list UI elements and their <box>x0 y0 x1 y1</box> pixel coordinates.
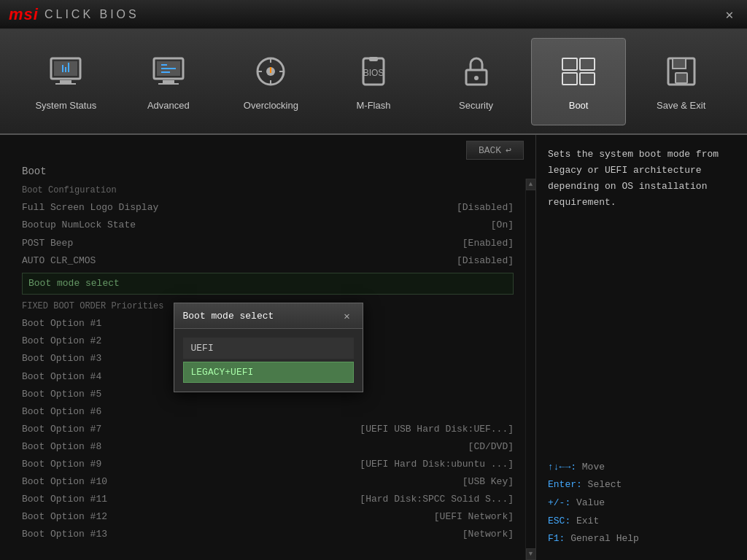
keybind-f1-desc: General Help <box>570 533 639 544</box>
nav-boot-label: Boot <box>569 100 589 111</box>
keybind-esc-desc: Exit <box>576 516 599 526</box>
navbar: System Status Advanced Overclocking BIOS… <box>0 29 747 135</box>
nav-overclocking[interactable]: Overclocking <box>223 38 318 125</box>
svg-rect-2 <box>60 80 71 83</box>
help-text: Sets the system boot mode from legacy or… <box>548 147 735 211</box>
logo-area: msi CLICK BIOS <box>9 5 139 24</box>
nav-save-exit[interactable]: Save & Exit <box>634 38 729 125</box>
modal-close-button[interactable]: ✕ <box>341 309 354 322</box>
keybind-esc: ESC: Exit <box>548 513 735 531</box>
keybind-move: ↑↓←→: Move <box>548 459 735 477</box>
nav-save-exit-label: Save & Exit <box>657 100 705 111</box>
svg-rect-9 <box>163 80 174 83</box>
boot-icon <box>559 52 598 91</box>
keybind-move-desc: Move <box>582 462 605 472</box>
main-content: BACK ↩ Boot Boot Configuration Full Scre… <box>0 135 747 560</box>
svg-rect-36 <box>676 73 687 83</box>
nav-overclocking-label: Overclocking <box>244 100 298 111</box>
keybind-f1-key: F1: <box>548 533 570 544</box>
keybind-enter-desc: Select <box>588 479 622 490</box>
svg-rect-22 <box>369 57 378 61</box>
svg-point-25 <box>474 76 479 80</box>
save-exit-icon <box>662 52 701 91</box>
modal-title: Boot mode select <box>183 311 274 322</box>
overclocking-icon <box>251 52 290 91</box>
keybind-f1: F1: General Help <box>548 530 735 548</box>
modal-body: UEFI LEGACY+UEFI <box>174 329 363 392</box>
svg-rect-30 <box>564 60 576 69</box>
keybind-value: +/-: Value <box>548 494 735 513</box>
svg-rect-35 <box>673 58 686 69</box>
nav-security[interactable]: Security <box>429 38 524 125</box>
keybinds: ↑↓←→: Move Enter: Select +/-: Value ESC:… <box>548 459 735 548</box>
nav-system-status[interactable]: System Status <box>18 38 113 125</box>
m-flash-icon: BIOS <box>354 52 393 91</box>
close-button[interactable]: ✕ <box>721 6 738 23</box>
modal-overlay[interactable]: Boot mode select ✕ UEFI LEGACY+UEFI <box>0 135 536 560</box>
advanced-icon <box>149 52 188 91</box>
nav-advanced-label: Advanced <box>147 100 190 111</box>
svg-rect-10 <box>158 83 179 85</box>
svg-rect-32 <box>564 74 576 83</box>
nav-m-flash[interactable]: BIOS M-Flash <box>326 38 421 125</box>
click-bios-text: CLICK BIOS <box>44 8 139 21</box>
svg-rect-33 <box>581 74 593 83</box>
security-icon <box>457 52 496 91</box>
keybind-enter: Enter: Select <box>548 476 735 494</box>
left-panel: BACK ↩ Boot Boot Configuration Full Scre… <box>0 135 536 560</box>
right-panel: Sets the system boot mode from legacy or… <box>536 135 747 560</box>
keybind-value-key: +/-: <box>548 497 576 508</box>
keybind-enter-key: Enter: <box>548 479 588 490</box>
keybind-value-desc: Value <box>576 497 605 508</box>
nav-m-flash-label: M-Flash <box>356 100 390 111</box>
nav-security-label: Security <box>459 100 493 111</box>
svg-rect-3 <box>55 83 76 85</box>
msi-logo: msi <box>9 5 39 24</box>
nav-boot[interactable]: Boot <box>531 38 626 125</box>
modal-option-legacy[interactable]: LEGACY+UEFI <box>183 362 354 383</box>
system-status-icon <box>46 52 85 91</box>
titlebar: msi CLICK BIOS ✕ <box>0 0 747 29</box>
keybind-esc-key: ESC: <box>548 516 576 526</box>
modal-dialog: Boot mode select ✕ UEFI LEGACY+UEFI <box>174 303 363 392</box>
keybind-move-key: ↑↓←→: <box>548 462 582 472</box>
nav-system-status-label: System Status <box>35 100 96 111</box>
svg-text:BIOS: BIOS <box>363 68 384 78</box>
svg-rect-31 <box>581 60 593 69</box>
modal-option-uefi[interactable]: UEFI <box>183 338 354 359</box>
modal-header: Boot mode select ✕ <box>174 303 363 329</box>
nav-advanced[interactable]: Advanced <box>121 38 216 125</box>
